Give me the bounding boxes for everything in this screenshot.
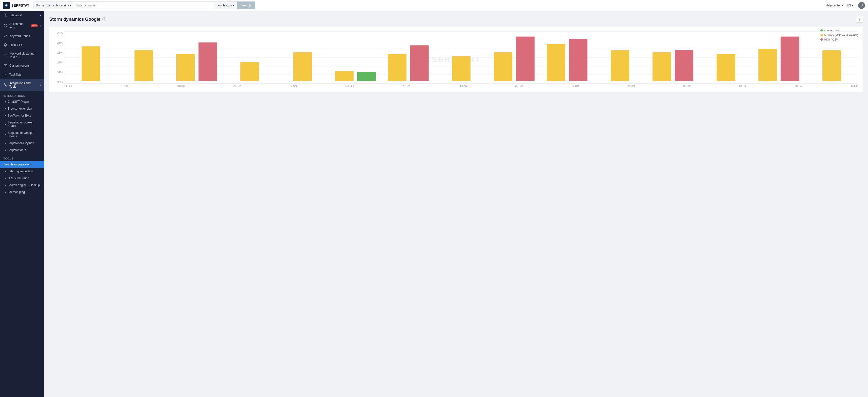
chart-card: SERPSTAT Low (<=21%) Medium (>21% and <=… [49, 27, 863, 92]
y-axis: 35% 32% 29% 26% 23% 20% [54, 32, 64, 84]
x-label-28sep: 28 Sep [459, 85, 467, 87]
svg-rect-34 [652, 52, 671, 81]
x-label-20sep: 20 Sep [233, 85, 241, 87]
help-button[interactable]: ? [856, 16, 863, 23]
sidebar-item-indexing-inspection[interactable]: Indexing inspection [0, 168, 44, 175]
sidebar-item-sitemap-ping[interactable]: Sitemap ping [0, 189, 44, 196]
dot-icon [5, 150, 6, 151]
sidebar: Site audit AI content tools New Keyword … [0, 11, 44, 397]
page-header: Storm dynamics Google i ? [49, 16, 863, 23]
dot-icon [5, 192, 6, 193]
svg-rect-36 [717, 54, 735, 81]
dot-icon [5, 185, 6, 186]
x-label-30sep: 30 Sep [516, 85, 523, 87]
y-label-35: 35% [54, 81, 64, 84]
x-label-02oct: 02 Oct [571, 85, 579, 87]
integrations-arrow [40, 84, 41, 86]
avatar[interactable]: U [858, 2, 865, 9]
help-chevron [842, 4, 843, 7]
x-label-10oct: 10 Oct [795, 85, 802, 87]
sidebar-item-api-python[interactable]: Serpstat API Python [0, 140, 44, 147]
dot-icon [5, 108, 6, 109]
main-content: Storm dynamics Google i ? SERPSTAT Low (… [44, 11, 868, 397]
sidebar-item-google-sheets[interactable]: Serpstat for Google Sheets [0, 130, 44, 140]
x-label-04oct: 04 Oct [627, 85, 635, 87]
x-label-06oct: 06 Oct [683, 85, 690, 87]
chart-wrapper: 35% 32% 29% 26% 23% 20% [54, 32, 858, 87]
sidebar-item-browser-extension[interactable]: Browser extension [0, 105, 44, 112]
x-label-22sep: 22 Sep [290, 85, 298, 87]
svg-point-4 [5, 44, 6, 46]
domain-input[interactable] [74, 1, 214, 9]
sidebar-item-r[interactable]: Serpstat for R [0, 147, 44, 153]
svg-point-7 [6, 56, 7, 57]
svg-rect-38 [781, 36, 799, 81]
dot-icon [5, 115, 6, 116]
help-center-link[interactable]: Help center [826, 4, 843, 7]
x-label-24sep: 24 Sep [346, 85, 354, 87]
x-label-12oct: 12 Oct [851, 85, 858, 87]
dot-icon [5, 134, 6, 135]
sidebar-item-site-audit[interactable]: Site audit [0, 11, 44, 20]
sidebar-item-local-seo[interactable]: Local SEO [0, 40, 44, 49]
dot-icon [5, 124, 6, 125]
sidebar-item-keyword-clustering[interactable]: Keyword clustering, Text a... [0, 49, 44, 61]
engine-chevron [233, 4, 234, 7]
svg-rect-29 [494, 52, 512, 81]
x-labels: 14 Sep 16 Sep 18 Sep 20 Sep 22 Sep 24 Se… [64, 85, 858, 87]
sidebar-item-keyword-trends[interactable]: Keyword trends [0, 32, 44, 40]
svg-rect-21 [198, 42, 217, 81]
svg-point-5 [4, 55, 5, 56]
logo[interactable]: SERPSTAT [3, 2, 29, 9]
language-select[interactable]: EN [847, 4, 853, 7]
domain-select-chevron [70, 4, 71, 7]
dot-icon [5, 171, 6, 172]
y-label-26: 26% [54, 51, 64, 54]
svg-rect-23 [293, 52, 312, 81]
svg-point-6 [6, 54, 7, 55]
svg-rect-28 [452, 56, 470, 81]
svg-rect-10 [4, 64, 7, 67]
y-label-20: 20% [54, 32, 64, 34]
chart-bars-area [64, 32, 858, 84]
x-label-08oct: 08 Oct [739, 85, 746, 87]
domain-type-select[interactable]: Domain with subdomains [33, 1, 74, 9]
tools-section-title: Tools [0, 153, 44, 161]
sidebar-item-search-engines-storm[interactable]: Search engines storm [0, 161, 44, 168]
search-button[interactable]: Search [237, 1, 255, 9]
dot-icon [5, 178, 6, 179]
svg-point-14 [4, 84, 5, 85]
svg-rect-31 [547, 44, 565, 81]
chart-area: 35% 32% 29% 26% 23% 20% [54, 32, 858, 84]
y-label-29: 29% [54, 61, 64, 64]
svg-rect-20 [176, 54, 195, 81]
sidebar-item-search-engine-ip-lookup[interactable]: Search engine IP lookup [0, 182, 44, 189]
x-label-16sep: 16 Sep [121, 85, 128, 87]
svg-rect-22 [241, 62, 259, 81]
svg-line-8 [5, 54, 6, 55]
svg-point-1 [5, 4, 7, 6]
sidebar-item-ai-content-tools[interactable]: AI content tools New [0, 20, 44, 32]
sidebar-item-custom-reports[interactable]: Custom reports [0, 61, 44, 70]
top-navigation: SERPSTAT Domain with subdomains google.c… [0, 0, 868, 11]
sidebar-item-seotools-excel[interactable]: SeoTools for Excel [0, 112, 44, 119]
sidebar-item-looker-studio[interactable]: Serpstat for Looker Studio [0, 119, 44, 130]
sidebar-item-task-lists[interactable]: Task lists [0, 70, 44, 79]
svg-rect-32 [569, 39, 587, 81]
info-icon[interactable]: i [102, 17, 106, 21]
ai-content-arrow [40, 24, 41, 28]
sidebar-item-chatgpt-plugin[interactable]: ChatGPT Plugin [0, 98, 44, 105]
sidebar-item-url-submission[interactable]: URL submission [0, 175, 44, 182]
dot-icon [5, 101, 6, 103]
svg-rect-24 [335, 71, 353, 81]
dot-icon [5, 143, 6, 144]
ai-content-badge: New [31, 24, 38, 27]
lang-chevron [852, 4, 853, 7]
svg-rect-33 [611, 50, 629, 81]
x-label-18sep: 18 Sep [177, 85, 185, 87]
svg-rect-30 [516, 36, 535, 81]
search-engine-select[interactable]: google.com [214, 1, 237, 9]
bars-container [64, 32, 858, 83]
svg-rect-18 [82, 47, 100, 81]
sidebar-item-integrations-tools[interactable]: Integrations and Tools [0, 79, 44, 91]
